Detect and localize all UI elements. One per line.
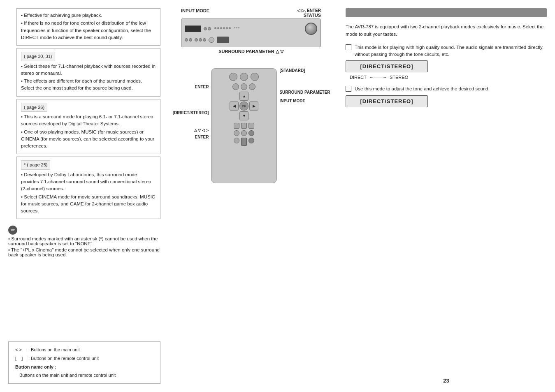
notes-section: ✏ Surround modes marked with an asterisk… [8,226,160,258]
fp-screen [217,37,229,43]
legend-box: < > : Buttons on the main unit [ ] : But… [8,341,160,384]
remote-circle-btn-2 [241,130,247,136]
device-top-labels: INPUT MODE ◁ ▷, ENTER STATUS [181,8,321,18]
remote-row2-btn-1 [232,83,239,90]
remote-surround-param-label: SURROUND PARAMETER [279,90,330,95]
fp-display [185,25,201,32]
legend-suffix: : [53,364,56,369]
mode2-description: Use this mode to adjust the tone and ach… [355,85,490,92]
legend-bold-label: Button name only [15,364,53,369]
remote-row2-btn-2 [241,83,247,90]
note-2: The "+PL x Cinema" mode cannot be select… [8,247,160,257]
remote-nav-label: △ ▽ ◁ ▷ [172,128,209,132]
remote-misc-btn-3 [248,123,254,129]
fp-dot-3 [220,27,222,29]
fp-dot-5 [226,27,228,29]
mode-block-3-item-2: One of two playing modes, MUSIC (for mus… [21,129,156,150]
remote-top-btn-1 [229,73,237,81]
right-intro: The AVR-787 is equipped with two 2-chann… [346,23,547,38]
fp-dot-6 [229,27,231,29]
mode1-section: This mode is for playing with high quali… [346,44,547,80]
arrow-icon: ←——→ [369,75,387,80]
remote-direct-stereo-label: [DIRECT/STEREO] [172,111,209,115]
fp-btn-row2-1 [195,38,198,42]
page-number: 23 [346,374,547,384]
remote-nav-left: ◀ [230,101,239,111]
legend-desc-1: : Buttons on the main unit [28,346,118,354]
legend-symbol-2: [ ] [15,355,28,362]
remote-right-labels: [STANDARD] SURROUND PARAMETER INPUT MODE [279,60,330,103]
remote-top-btn-2 [240,73,248,81]
remote-control: ▲ ◀ OK ▶ ▼ [211,68,277,183]
remote-nav-right: ▶ [249,101,258,111]
remote-left-labels: ENTER [DIRECT/STEREO] △ ▽ ◁ ▷ ENTER [172,60,209,139]
mode-block-4: * ( page 25) Developed by Dolby Laborato… [16,157,160,219]
mode-block-3-item-1: This is a surround mode for playing 6.1-… [21,113,156,128]
remote-input-mode-label: INPUT MODE [279,99,330,103]
mode-block-2-item-1: Select these for 7.1-channel playback wi… [21,63,156,77]
mode-block-2-item-2: The effects are different for each of th… [21,78,156,92]
fp-sm-dot-2 [236,27,237,28]
fp-circle-a [185,38,188,42]
remote-row2-btn-3 [249,83,255,90]
fp-btn-1 [204,27,207,30]
legend-indent: Buttons on the main unit and remote cont… [15,371,118,379]
fp-btn-row2-3 [203,38,206,42]
mode-block-2: ( page 30, 31) Select these for 7.1-chan… [16,48,160,97]
remote-misc-btn-2 [241,123,247,129]
remote-circle-btn-1 [234,130,239,136]
remote-tall-btn [241,138,247,146]
fp-big-btn [209,37,214,43]
remote-circle-btn-4 [234,138,239,143]
pencil-icon: ✏ [8,226,17,235]
legend-desc-2: : Buttons on the remote control unit [28,355,118,362]
status-label-top: STATUS [297,13,321,18]
mode-block-4-note: * ( page 25) [21,160,50,170]
mode-block-1-item-2: If there is no need for tone control or … [21,20,156,41]
remote-nav-down: ▼ [239,111,248,120]
front-panel-device [181,18,321,47]
center-panel: INPUT MODE ◁ ▷, ENTER STATUS [165,8,337,384]
mode1-label-box: [DIRECT/STEREO] [346,60,428,72]
remote-nav-center: OK [239,101,248,111]
fp-btn-2 [208,27,211,30]
fp-dot-2 [217,27,219,29]
page-container: Effective for achieving pure playback. I… [0,0,555,392]
right-header-bar [346,8,547,17]
right-panel: The AVR-787 is equipped with two 2-chann… [341,8,547,384]
mode-block-2-note: ( page 30, 31) [21,52,55,61]
fp-sm-dot-3 [238,27,239,28]
mode2-section: Use this mode to adjust the tone and ach… [346,85,547,107]
fp-circle-b [189,38,192,42]
mode-block-4-item-2: Select CINEMA mode for movie surround so… [21,194,156,215]
mode2-checkbox [346,86,351,92]
fp-dot-1 [214,27,216,29]
fp-knob [305,23,317,35]
legend-symbol-1: < > [15,346,28,354]
stereo-label: STEREO [390,75,408,80]
mode-block-1: Effective for achieving pure playback. I… [16,8,160,46]
note-1: Surround modes marked with an asterisk (… [8,236,160,246]
mode2-label-box: [DIRECT/STEREO] [346,95,428,107]
direct-label: DIRECT [350,75,367,80]
remote-enter-label: ENTER [172,85,209,89]
remote-circle-btn-3 [248,130,254,136]
fp-sm-dot-1 [234,27,235,28]
mode-block-3-note: ( page 26) [21,103,47,112]
remote-enter2-label: ENTER [172,135,209,139]
fp-dot-4 [223,27,225,29]
mode-block-1-item-1: Effective for achieving pure playback. [21,12,156,19]
left-panel: Effective for achieving pure playback. I… [8,8,160,384]
remote-standard-label: [STANDARD] [279,68,330,73]
remote-circle-btn-5 [248,138,254,143]
remote-section: ENTER [DIRECT/STEREO] △ ▽ ◁ ▷ ENTER [165,60,337,183]
surround-parameter-label: SURROUND PARAMETER △ ▽ [181,49,321,54]
mode-block-3: ( page 26) This is a surround mode for p… [16,99,160,154]
fp-btn-row2-2 [199,38,202,42]
mode-block-4-item-1: Developed by Dolby Laboratories, this su… [21,171,156,193]
remote-top-btn-3 [251,73,259,81]
enter-label: ◁ ▷, ENTER [297,8,321,13]
remote-misc-btn-1 [234,123,239,129]
remote-nav-up: ▲ [239,92,248,101]
input-mode-label: INPUT MODE [181,8,209,18]
